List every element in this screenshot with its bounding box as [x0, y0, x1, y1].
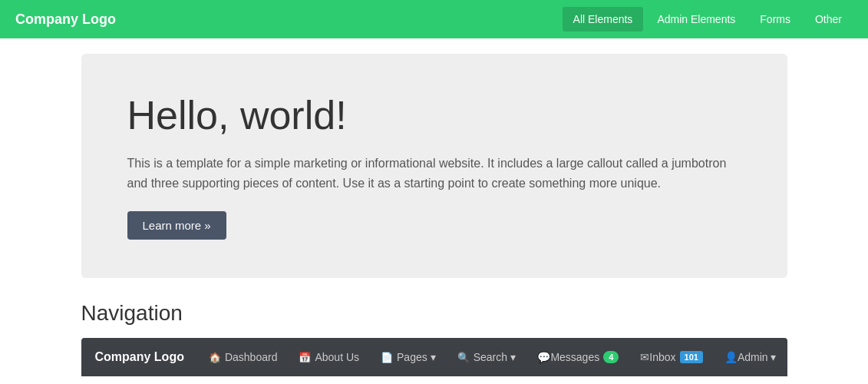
inbox-badge: 101: [680, 351, 703, 363]
bottom-left-links: 🏠 Dashboard 📅 About Us 📄 Pages ▾ 🔍 Searc…: [198, 338, 526, 376]
main-content: Hello, world! This is a template for a s…: [66, 54, 803, 376]
jumbotron-heading: Hello, world!: [127, 92, 741, 138]
home-icon: 🏠: [209, 352, 221, 363]
bottom-navbar: Company Logo 🏠 Dashboard 📅 About Us 📄 Pa…: [81, 338, 787, 376]
top-brand[interactable]: Company Logo: [15, 12, 116, 28]
bottom-nav-dashboard[interactable]: 🏠 Dashboard: [198, 338, 289, 376]
pages-icon: 📄: [381, 352, 393, 363]
bottom-nav-dashboard-label: Dashboard: [225, 351, 278, 363]
jumbotron: Hello, world! This is a template for a s…: [81, 54, 787, 278]
bottom-nav-pages[interactable]: 📄 Pages ▾: [370, 338, 447, 376]
search-icon: 🔍: [457, 352, 470, 363]
bottom-nav-admin[interactable]: 👤 Admin ▾: [714, 338, 787, 376]
bottom-nav-admin-label: Admin ▾: [738, 351, 777, 363]
bottom-brand[interactable]: Company Logo: [81, 350, 198, 364]
bottom-nav-messages[interactable]: 💬 Messages 4: [526, 338, 629, 376]
bottom-nav-inbox-label: Inbox: [649, 351, 675, 363]
top-nav-links: All Elements Admin Elements Forms Other: [563, 7, 853, 31]
bottom-nav-about-label: About Us: [315, 351, 359, 363]
learn-more-button[interactable]: Learn more »: [127, 211, 226, 240]
bottom-nav-about[interactable]: 📅 About Us: [288, 338, 370, 376]
messages-badge: 4: [603, 351, 619, 363]
nav-section-title: Navigation: [81, 301, 787, 326]
bottom-nav-search[interactable]: 🔍 Search ▾: [447, 338, 526, 376]
bottom-nav-messages-label: Messages: [550, 351, 599, 363]
top-nav-forms[interactable]: Forms: [749, 7, 801, 31]
bottom-nav-pages-label: Pages ▾: [397, 351, 436, 363]
bottom-right-links: 💬 Messages 4 ✉ Inbox 101 👤 Admin ▾: [526, 338, 787, 376]
top-nav-admin-elements[interactable]: Admin Elements: [646, 7, 746, 31]
bottom-nav-search-label: Search ▾: [474, 351, 516, 363]
inbox-icon: ✉: [640, 351, 649, 363]
calendar-icon: 📅: [299, 352, 311, 363]
top-navbar: Company Logo All Elements Admin Elements…: [0, 0, 868, 38]
top-nav-other[interactable]: Other: [804, 7, 853, 31]
bottom-nav-inbox[interactable]: ✉ Inbox 101: [629, 338, 714, 376]
top-nav-all-elements[interactable]: All Elements: [563, 7, 644, 31]
admin-icon: 👤: [724, 351, 738, 363]
jumbotron-description: This is a template for a simple marketin…: [127, 154, 741, 193]
messages-icon: 💬: [537, 351, 550, 363]
